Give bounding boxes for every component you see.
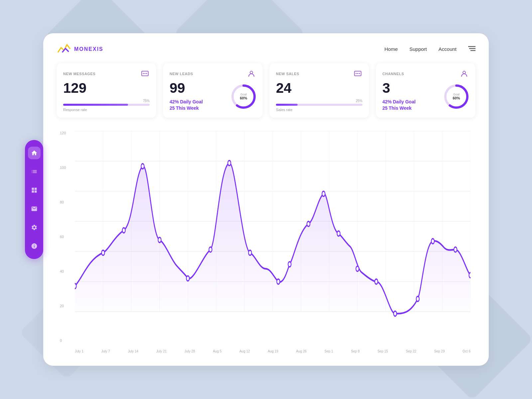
svg-point-50 (322, 191, 325, 196)
stat-leads-goal-label: Daily Goal (180, 99, 202, 104)
stat-card-leads: NEW LEADS 99 42% Daily Goal 25 This Week (163, 63, 263, 118)
chart-area: 120 100 80 60 40 20 0 (57, 126, 475, 356)
settings-icon (31, 224, 38, 231)
stat-channels-week-label: This Week (389, 105, 412, 111)
list-icon (31, 168, 38, 175)
svg-point-57 (454, 247, 457, 252)
stat-card-sales-header: NEW SALES (276, 69, 362, 78)
stat-messages-value: 129 (63, 81, 150, 95)
stat-channels-value: 3 (382, 81, 441, 95)
stat-card-leads-header: NEW LEADS (170, 69, 256, 78)
svg-point-7 (250, 71, 253, 74)
svg-point-14 (463, 71, 466, 74)
svg-point-6 (146, 73, 147, 74)
stat-card-channels: CHANNELS 3 42% Daily Goal 25 This Week (376, 63, 475, 118)
svg-point-54 (394, 311, 397, 316)
mail-icon (31, 205, 38, 212)
svg-point-40 (122, 228, 125, 233)
chart-x-axis: July 1 July 7 July 14 July 21 July 28 Au… (75, 349, 470, 353)
svg-point-42 (158, 237, 161, 242)
stat-leads-week: 25 This Week (170, 105, 228, 111)
stat-channels-content: 3 42% Daily Goal 25 This Week Goal (382, 81, 469, 112)
logo: MONEXIS (57, 43, 103, 55)
main-card: MONEXIS Home Support Account NEW MESSAGE… (43, 33, 489, 366)
svg-point-5 (145, 73, 146, 74)
stat-sales-bar-fill (276, 104, 298, 106)
nav-support[interactable]: Support (409, 46, 427, 52)
stat-leads-chart-label: Goal 60% (240, 93, 247, 100)
nav: Home Support Account (384, 46, 475, 53)
svg-point-53 (375, 279, 378, 284)
stats-row: NEW MESSAGES 129 75% Response rate (57, 63, 475, 118)
svg-point-46 (248, 250, 251, 255)
stat-leads-label: NEW LEADS (170, 72, 193, 76)
stat-sales-sub: Sales rate (276, 108, 362, 112)
home-icon (31, 150, 38, 156)
stat-messages-label: NEW MESSAGES (63, 72, 95, 76)
svg-point-11 (356, 73, 357, 74)
stat-card-sales: NEW SALES 24 25% Sales rate (269, 63, 369, 118)
stat-card-channels-header: CHANNELS (382, 69, 469, 78)
svg-point-56 (431, 239, 434, 244)
sidebar-item-grid[interactable] (28, 184, 41, 197)
sidebar-item-home[interactable] (28, 147, 41, 159)
stat-channels-chart-label: Goal 60% (453, 93, 460, 100)
stat-leads-daily-goal: 42% Daily Goal (170, 99, 228, 104)
menu-icon[interactable] (468, 46, 475, 53)
sidebar-item-list[interactable] (28, 165, 41, 178)
svg-point-43 (186, 276, 189, 281)
stat-leads-week-label: This Week (176, 105, 199, 111)
svg-point-58 (469, 273, 470, 278)
stat-channels-goal-label: Daily Goal (393, 99, 415, 104)
svg-point-41 (141, 164, 144, 169)
stat-leads-value: 99 (170, 81, 228, 95)
logo-text: MONEXIS (74, 46, 103, 52)
svg-point-49 (307, 221, 310, 226)
stat-leads-week-val: 25 (170, 105, 175, 111)
stat-messages-bar: 75% (63, 99, 150, 106)
sidebar-item-mail[interactable] (28, 202, 41, 215)
stat-sales-value: 24 (276, 81, 362, 95)
stat-channels-left: 3 42% Daily Goal 25 This Week (382, 81, 441, 112)
stat-channels-goal-pct: 42% (382, 99, 392, 104)
svg-point-4 (143, 73, 144, 74)
stat-channels-chart: Goal 60% (444, 84, 469, 109)
messages-icon (140, 69, 150, 78)
stat-leads-left: 99 42% Daily Goal 25 This Week (170, 81, 228, 112)
svg-point-52 (356, 266, 359, 271)
line-chart-svg (75, 131, 470, 342)
stat-leads-chart: Goal 60% (231, 84, 256, 109)
svg-point-44 (209, 247, 212, 252)
sidebar-item-info[interactable] (28, 240, 41, 252)
svg-point-51 (337, 231, 340, 236)
svg-point-45 (228, 161, 231, 166)
stat-channels-label: CHANNELS (382, 72, 404, 76)
svg-point-12 (357, 73, 358, 74)
channels-icon (460, 69, 469, 78)
nav-home[interactable]: Home (384, 46, 398, 52)
stat-messages-bar-label: 75% (63, 99, 150, 103)
stat-channels-daily-goal: 42% Daily Goal (382, 99, 441, 104)
svg-point-38 (75, 284, 76, 289)
stat-messages-bar-bg (63, 104, 150, 106)
stat-card-messages-header: NEW MESSAGES (63, 69, 150, 78)
leads-icon (247, 69, 256, 78)
stat-leads-content: 99 42% Daily Goal 25 This Week Goal (170, 81, 256, 112)
grid-icon (31, 187, 38, 194)
stat-card-messages: NEW MESSAGES 129 75% Response rate (57, 63, 156, 118)
svg-point-13 (359, 73, 360, 74)
header: MONEXIS Home Support Account (57, 43, 475, 55)
stat-sales-bar: 25% (276, 99, 362, 106)
sidebar-item-settings[interactable] (28, 221, 41, 234)
chart-y-axis: 120 100 80 60 40 20 0 (60, 131, 66, 342)
sales-icon (353, 69, 362, 78)
stat-channels-week-val: 25 (382, 105, 388, 111)
sidebar (25, 140, 43, 259)
svg-point-39 (101, 250, 104, 255)
svg-point-47 (277, 279, 280, 284)
stat-messages-sub: Response rate (63, 108, 150, 112)
info-icon (31, 243, 38, 249)
stat-channels-week: 25 This Week (382, 105, 441, 111)
nav-account[interactable]: Account (439, 46, 457, 52)
stat-sales-bar-bg (276, 104, 362, 106)
